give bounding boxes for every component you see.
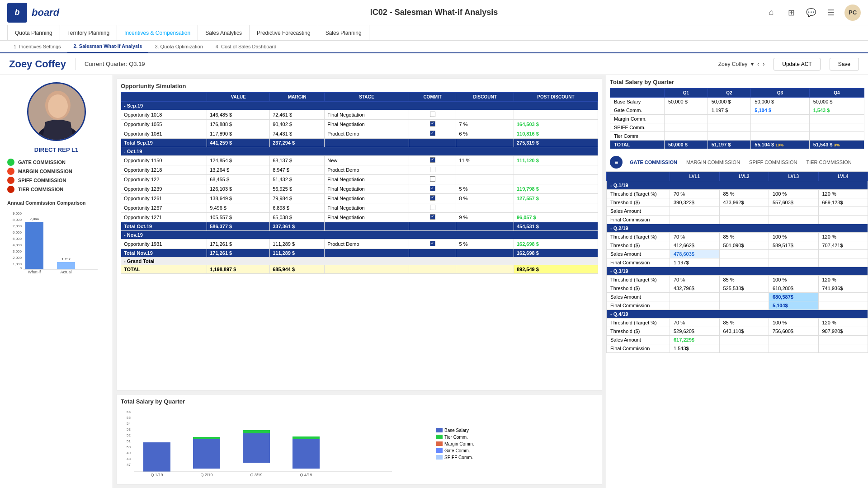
gate-dot — [7, 159, 14, 166]
col-value: VALUE — [207, 93, 270, 102]
checkbox-checked[interactable] — [430, 214, 435, 220]
tab-spiff-commission[interactable]: SPIFF COMMISSION — [747, 159, 799, 166]
checkbox-checked[interactable] — [430, 121, 435, 127]
svg-text:0: 0 — [20, 266, 22, 270]
svg-text:Q.3/19: Q.3/19 — [250, 473, 262, 477]
checkbox-checked[interactable] — [430, 157, 435, 163]
tab-tier-commission[interactable]: TIER COMMISSION — [804, 159, 853, 166]
whatif-bar — [25, 222, 43, 269]
prev-arrow[interactable]: ‹ — [757, 61, 759, 67]
gate-label: GATE COMMISSION — [18, 160, 66, 165]
svg-text:51: 51 — [127, 439, 131, 443]
col-commit: COMMIT — [409, 93, 456, 102]
salary-col-q2: Q2 — [708, 89, 751, 98]
svg-text:55: 55 — [127, 416, 131, 420]
comm-col-lvl2: LVL2 — [719, 172, 769, 181]
tab-gate-commission[interactable]: GATE COMMISSION — [628, 159, 679, 166]
comm-row: Threshold (Target %) 70 % 85 % 100 % 120… — [607, 233, 868, 241]
svg-text:52: 52 — [127, 433, 131, 437]
comm-row: Sales Amount — [607, 207, 868, 216]
right-top-section: Total Salary by Quarter Q1 Q2 Q3 Q4 Base… — [606, 75, 868, 153]
salary-row-spiff: SPIFF Comm. — [610, 123, 864, 132]
tab-margin-commission[interactable]: MARGIN COMMISSION — [684, 159, 742, 166]
checkbox-checked[interactable] — [430, 186, 435, 191]
salesman-name: Zoey Coffey — [9, 58, 75, 70]
group-nov19: - Nov.19 — [121, 231, 598, 239]
comm-section-q2: - Q.2/19 — [607, 224, 868, 233]
menu-icon[interactable]: ☰ — [825, 6, 837, 19]
home-icon[interactable]: ⌂ — [765, 6, 778, 19]
salary-row-margin: Margin Comm. — [610, 115, 864, 123]
total-oct19-row: Total Oct.19 586,377 $ 337,361 $ 454,531… — [121, 222, 598, 231]
col-stage: STAGE — [325, 93, 409, 102]
sub-nav-cost-sales[interactable]: 4. Cost of Sales Dashboard — [209, 40, 283, 53]
comm-row: Final Commission — [607, 216, 868, 224]
checkbox[interactable] — [430, 205, 435, 210]
salary-col-label — [610, 89, 665, 98]
update-act-button[interactable]: Update ACT — [774, 58, 820, 70]
nav-quota-planning[interactable]: Quota Planning — [7, 25, 60, 41]
svg-text:56: 56 — [127, 410, 131, 414]
table-row: Opportunity 1081 117,890 $ 74,431 $ Prod… — [121, 129, 598, 139]
svg-text:Actual: Actual — [60, 270, 71, 274]
comm-section-q3: - Q.3/19 — [607, 267, 868, 276]
dropdown-icon[interactable]: ▾ — [751, 61, 754, 67]
legend-spiff: SPIFF Comm. — [436, 455, 474, 460]
checkbox-checked[interactable] — [430, 131, 435, 136]
col-discount: DISCOUNT — [456, 93, 514, 102]
table-row: Opportunity 1271 105,557 $ 65,038 $ Fina… — [121, 213, 598, 222]
svg-text:2,000: 2,000 — [13, 256, 22, 260]
salary-svg-chart: 56 55 54 53 52 51 50 49 48 47 — [121, 408, 428, 478]
commission-gate: GATE COMMISSION — [7, 159, 105, 166]
commission-detail: LVL1 LVL2 LVL3 LVL4 - Q.1/19 Threshold (… — [606, 172, 868, 488]
nav-incentives-compensation[interactable]: Incentives & Compensation — [117, 25, 198, 41]
salesman-selector: Zoey Coffey ▾ ‹ › — [718, 61, 764, 67]
checkbox[interactable] — [430, 167, 435, 172]
save-button[interactable]: Save — [830, 58, 859, 70]
next-arrow[interactable]: › — [763, 61, 764, 67]
q4-bar-gate — [292, 436, 320, 439]
grand-total-row: TOTAL 1,198,897 $ 685,944 $ 892,549 $ — [121, 265, 598, 274]
nav-sales-analytics[interactable]: Sales Analytics — [198, 25, 250, 41]
checkbox[interactable] — [430, 112, 435, 117]
svg-text:7,844: 7,844 — [30, 217, 39, 221]
svg-text:6,000: 6,000 — [13, 230, 22, 235]
q3-bar-gate — [243, 430, 270, 433]
sub-nav-incentives-settings[interactable]: 1. Incentives Settings — [7, 40, 67, 53]
total-sep19-row: Total Sep.19 441,259 $ 237,294 $ 275,319… — [121, 139, 598, 147]
main-content: DIRECT REP L1 GATE COMMISSION MARGIN COM… — [0, 75, 868, 488]
selector-name: Zoey Coffey — [718, 61, 747, 67]
checkbox-checked[interactable] — [430, 241, 435, 246]
annual-commission-section: Annual Commission Comparison 9,000 8,000… — [7, 200, 105, 276]
svg-text:50: 50 — [127, 445, 131, 449]
group-label-oct19: - Oct.19 — [121, 147, 598, 156]
spiff-label: SPIFF COMMISSION — [18, 178, 66, 183]
chat-icon[interactable]: 💬 — [805, 6, 817, 19]
group-label-nov19: - Nov.19 — [121, 231, 598, 239]
col-margin: MARGIN — [270, 93, 325, 102]
comm-tab-icon[interactable]: ≡ — [610, 156, 623, 169]
svg-text:4,000: 4,000 — [13, 243, 22, 247]
nav-predictive-forecasting[interactable]: Predictive Forecasting — [250, 25, 318, 41]
comm-row: Final Commission 1,543$ — [607, 344, 868, 353]
comm-row: Threshold ($) 432,796$ 525,538$ 618,280$… — [607, 284, 868, 293]
brand-name: board — [32, 7, 59, 19]
sub-nav-salesman-whatif[interactable]: 2. Salesman What-If Analysis — [67, 40, 149, 53]
print-icon[interactable]: ⊞ — [785, 6, 797, 19]
user-avatar[interactable]: PC — [844, 5, 861, 21]
comm-row: Final Commission 1,197$ — [607, 258, 868, 267]
sub-nav-quota-opt[interactable]: 3. Quota Optimization — [148, 40, 209, 53]
chart-legend: Base Salary Tier Comm. Margin Comm. Gate… — [436, 408, 474, 480]
checkbox-checked[interactable] — [430, 195, 435, 201]
table-row: Opportunity 1218 13,264 $ 8,947 $ Produc… — [121, 165, 598, 175]
comm-section-q4: - Q.4/19 — [607, 310, 868, 319]
svg-text:48: 48 — [127, 457, 131, 461]
commission-detail-table: LVL1 LVL2 LVL3 LVL4 - Q.1/19 Threshold (… — [606, 172, 868, 353]
checkbox[interactable] — [430, 176, 435, 182]
nav-sales-planning[interactable]: Sales Planning — [318, 25, 369, 41]
q2-bar-gate — [193, 437, 220, 439]
sub-nav: 1. Incentives Settings 2. Salesman What-… — [0, 41, 868, 53]
salesman-photo — [27, 82, 86, 141]
nav-territory-planning[interactable]: Territory Planning — [60, 25, 117, 41]
comm-col-lvl4: LVL4 — [818, 172, 868, 181]
